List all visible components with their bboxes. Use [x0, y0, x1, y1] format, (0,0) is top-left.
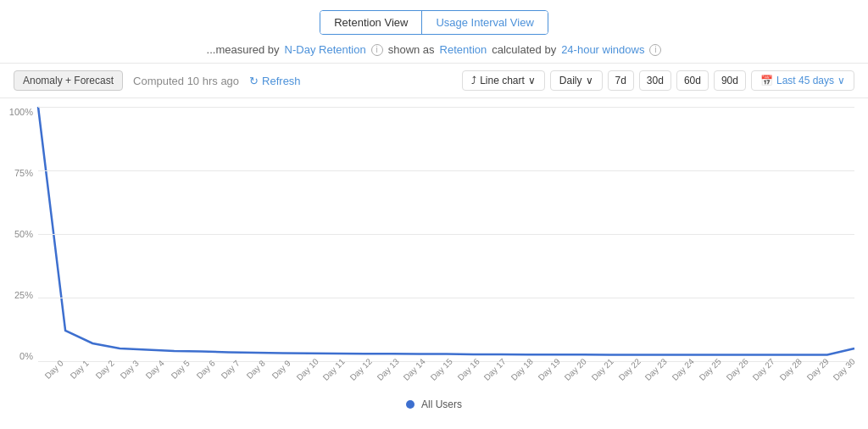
- x-label: Day 16: [455, 357, 481, 382]
- y-label-100: 100%: [0, 107, 33, 117]
- x-label: Day 28: [778, 357, 804, 382]
- period-30d-button[interactable]: 30d: [639, 70, 671, 91]
- top-controls: Retention View Usage Interval View ...me…: [0, 0, 868, 64]
- chevron-down-icon: ∨: [528, 75, 536, 86]
- anomaly-badge: Anomaly + Forecast: [14, 70, 123, 91]
- frequency-label: Daily: [559, 75, 582, 86]
- y-axis: 100% 75% 50% 25% 0%: [0, 107, 38, 361]
- refresh-button[interactable]: ↻ Refresh: [249, 75, 301, 87]
- x-label: Day 27: [751, 357, 776, 382]
- x-label: Day 4: [142, 357, 167, 382]
- metric-info-icon[interactable]: i: [371, 44, 383, 56]
- x-label: Day 23: [643, 357, 669, 382]
- legend: All Users: [0, 395, 868, 419]
- x-label: Day 25: [697, 357, 722, 382]
- chart-type-label: Line chart: [480, 75, 525, 86]
- x-axis: Day 0Day 1Day 2Day 3Day 4Day 5Day 6Day 7…: [38, 361, 854, 395]
- x-label: Day 26: [724, 357, 749, 382]
- grid-line-75: [38, 170, 854, 171]
- calculated-by-label: calculated by: [492, 43, 556, 56]
- x-label: Day 9: [269, 357, 293, 382]
- x-label: Day 30: [832, 357, 857, 382]
- computed-text: Computed 10 hrs ago: [133, 75, 239, 87]
- x-label: Day 0: [42, 357, 66, 382]
- metric-link[interactable]: N-Day Retention: [285, 43, 366, 56]
- x-label: Day 12: [348, 357, 374, 382]
- grid-line-100: [38, 107, 854, 108]
- x-label: Day 22: [616, 357, 642, 382]
- x-label: Day 5: [168, 357, 192, 382]
- x-label: Day 10: [294, 357, 320, 382]
- grid-line-25: [38, 298, 854, 298]
- y-label-25: 25%: [0, 290, 33, 300]
- y-label-50: 50%: [0, 229, 33, 239]
- x-label: Day 8: [243, 357, 268, 382]
- shown-as-value[interactable]: Retention: [440, 43, 487, 56]
- chart-container: 100% 75% 50% 25% 0% Day 0Day 1Day 2Day 3…: [0, 107, 868, 395]
- measured-by-row: ...measured by N-Day Retention i shown a…: [207, 43, 662, 56]
- x-label: Day 13: [375, 357, 400, 382]
- toolbar: Anomaly + Forecast Computed 10 hrs ago ↻…: [0, 64, 868, 98]
- x-label: Day 17: [482, 357, 508, 382]
- date-range-label: Last 45 days: [776, 75, 834, 86]
- x-label: Day 1: [67, 357, 92, 382]
- y-label-0: 0%: [0, 351, 33, 361]
- refresh-label: Refresh: [262, 75, 301, 87]
- legend-dot: [406, 400, 415, 409]
- frequency-chevron-icon: ∨: [586, 75, 593, 86]
- x-label: Day 15: [429, 357, 454, 382]
- tab-retention-view[interactable]: Retention View: [320, 11, 422, 34]
- chart-line: [38, 107, 854, 355]
- shown-as-label: shown as: [388, 43, 435, 56]
- measured-by-prefix: ...measured by: [207, 43, 280, 56]
- chart-type-button[interactable]: ⤴ Line chart ∨: [462, 70, 545, 91]
- x-label: Day 2: [92, 357, 117, 382]
- date-range-button[interactable]: 📅 Last 45 days ∨: [751, 70, 854, 91]
- period-90d-button[interactable]: 90d: [714, 70, 746, 91]
- x-label: Day 29: [804, 357, 830, 382]
- period-60d-button[interactable]: 60d: [676, 70, 709, 91]
- x-label: Day 19: [536, 357, 561, 382]
- calendar-icon: 📅: [760, 75, 773, 86]
- x-label: Day 21: [590, 357, 615, 382]
- chart-area: 100% 75% 50% 25% 0% Day 0Day 1Day 2Day 3…: [0, 98, 868, 419]
- refresh-icon: ↻: [249, 75, 259, 87]
- line-chart-icon: ⤴: [471, 75, 476, 86]
- frequency-button[interactable]: Daily ∨: [550, 70, 603, 91]
- toolbar-right: ⤴ Line chart ∨ Daily ∨ 7d 30d 60d 90d 📅 …: [462, 70, 854, 91]
- x-label: Day 14: [402, 357, 427, 382]
- tab-usage-interval-view[interactable]: Usage Interval View: [422, 11, 547, 34]
- grid-line-50: [38, 234, 854, 235]
- calculated-by-value[interactable]: 24-hour windows: [561, 43, 644, 56]
- x-label: Day 20: [563, 357, 588, 382]
- date-range-chevron-icon: ∨: [837, 75, 845, 86]
- legend-label: All Users: [421, 398, 462, 410]
- chart-inner: [38, 107, 854, 361]
- x-label: Day 3: [118, 357, 142, 382]
- x-label: Day 7: [219, 357, 243, 382]
- window-info-icon[interactable]: i: [649, 44, 661, 56]
- x-label: Day 11: [321, 357, 347, 382]
- period-7d-button[interactable]: 7d: [608, 70, 634, 91]
- y-label-75: 75%: [0, 168, 33, 178]
- view-tabs: Retention View Usage Interval View: [320, 10, 548, 35]
- x-label: Day 6: [193, 357, 218, 382]
- x-label: Day 18: [509, 357, 535, 382]
- x-label: Day 24: [670, 357, 696, 382]
